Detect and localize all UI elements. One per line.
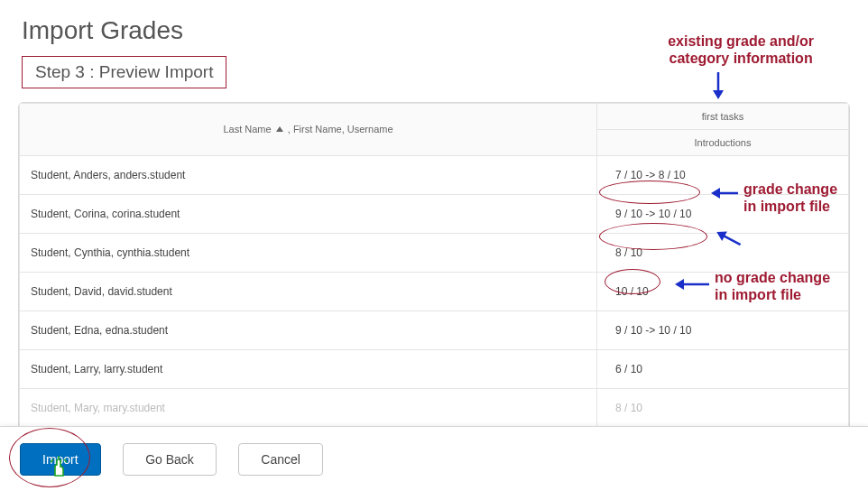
annotation-category-info: existing grade and/or category informati… [668, 32, 814, 67]
annotation-text: no grade change [715, 270, 830, 285]
annotation-text: grade change [743, 181, 837, 197]
table-row: Student, Edna, edna.student 9 / 10 -> 10… [20, 311, 849, 350]
header-text: , First Name, Username [288, 124, 393, 134]
student-name: Student, David, david.student [20, 273, 597, 311]
annotation-text: category information [669, 51, 813, 66]
student-name: Student, Edna, edna.student [20, 311, 597, 350]
table-row: Student, Mary, mary.student 8 / 10 [20, 389, 849, 428]
grade-value: 8 / 10 [597, 234, 849, 273]
import-button[interactable]: Import [20, 443, 101, 476]
student-name: Student, Mary, mary.student [20, 389, 597, 428]
cancel-button[interactable]: Cancel [238, 443, 323, 476]
svg-marker-2 [276, 126, 283, 132]
student-name: Student, Cynthia, cynthia.student [20, 234, 597, 273]
svg-marker-1 [713, 90, 724, 99]
student-name: Student, Corina, corina.student [20, 195, 597, 234]
footer-toolbar: Import Go Back Cancel [0, 426, 868, 491]
table-row: Student, Larry, larry.student 6 / 10 [20, 350, 849, 389]
annotation-text: existing grade and/or [668, 33, 814, 49]
preview-table: Last Name , First Name, Username first t… [18, 102, 850, 429]
student-name: Student, Larry, larry.student [20, 350, 597, 389]
go-back-button[interactable]: Go Back [123, 443, 217, 476]
column-header-item[interactable]: Introductions [597, 130, 849, 156]
table-row: Student, Corina, corina.student 9 / 10 -… [20, 195, 849, 234]
annotation-text: in import file [715, 287, 801, 302]
column-header-name[interactable]: Last Name , First Name, Username [20, 104, 597, 156]
column-header-category[interactable]: first tasks [597, 104, 849, 130]
table-row: Student, Cynthia, cynthia.student 8 / 10 [20, 234, 849, 273]
grade-value: 8 / 10 [597, 389, 849, 428]
sort-asc-icon[interactable] [276, 125, 283, 135]
student-name: Student, Anders, anders.student [20, 156, 597, 195]
grade-value: 6 / 10 [597, 350, 849, 389]
table-row: Student, Anders, anders.student 7 / 10 -… [20, 156, 849, 195]
step-heading: Step 3 : Preview Import [22, 56, 226, 88]
arrow-down-icon [711, 72, 725, 105]
header-text: Last Name [223, 124, 271, 134]
grade-value: 9 / 10 -> 10 / 10 [597, 311, 849, 350]
annotation-text: in import file [743, 199, 830, 214]
annotation-no-change: no grade change in import file [715, 269, 830, 303]
annotation-grade-change: grade change in import file [743, 181, 837, 215]
